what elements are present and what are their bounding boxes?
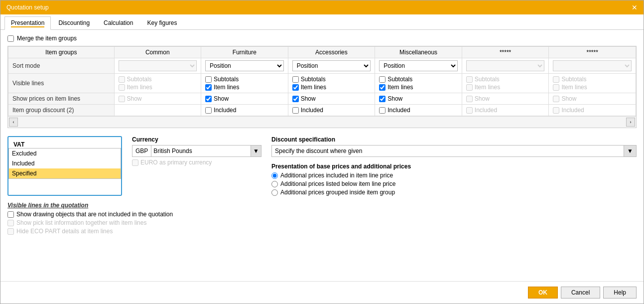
merge-label: Merge the item groups <box>17 35 77 42</box>
discount-misc-cb[interactable] <box>379 107 386 114</box>
subtotals-misc-cb[interactable] <box>379 76 386 83</box>
discount-spec-label: Discount specification <box>271 136 637 143</box>
pick-list-item: Show pick list information together with… <box>7 219 637 226</box>
itemlines-furniture-cb[interactable] <box>205 84 212 91</box>
radio-item-below: Additional prices listed below item line… <box>271 180 637 187</box>
pick-list-cb[interactable] <box>7 220 14 226</box>
bottom-section: VAT Excluded Included Specified Excluded… <box>7 133 637 199</box>
eco-part-cb[interactable] <box>7 228 14 235</box>
visible-lines-miscellaneous: Subtotals Item lines <box>375 74 462 93</box>
visible-lines-furniture: Subtotals Item lines <box>201 74 288 93</box>
currency-dropdown-arrow[interactable]: ▼ <box>251 146 261 156</box>
itemlines-misc-cb[interactable] <box>379 84 386 91</box>
base-prices-section: Presentation of base prices and addition… <box>271 163 637 196</box>
radio-below-label: Additional prices listed below item line… <box>280 180 395 187</box>
sort-mode-star1 <box>462 58 549 74</box>
radio-included-label: Additional prices included in item line … <box>280 172 393 179</box>
subtotals-star2-cb[interactable] <box>553 76 559 83</box>
tab-presentation[interactable]: Presentation <box>4 16 51 30</box>
drawing-objects-cb[interactable] <box>7 211 14 218</box>
table-row: Visible lines Subtotals Item lines Subto… <box>8 74 636 93</box>
sort-mode-furniture-select[interactable]: Position <box>205 60 284 71</box>
discount-accessories-cb[interactable] <box>292 107 299 114</box>
discount-select[interactable]: Specify the discount where given <box>272 146 624 156</box>
visible-lines-accessories: Subtotals Item lines <box>288 74 375 93</box>
discount-star2: Included <box>549 105 636 116</box>
show-prices-misc-cb[interactable] <box>379 96 386 102</box>
drawing-objects-item: Show drawing objects that are not includ… <box>7 211 637 218</box>
cancel-button[interactable]: Cancel <box>561 287 600 299</box>
help-button[interactable]: Help <box>603 287 637 299</box>
eco-part-label: Hide ECO PART details at item lines <box>16 228 113 235</box>
scroll-right-button[interactable]: › <box>626 118 635 127</box>
col-header-furniture: Furniture <box>201 47 288 58</box>
window-title: Quotation setup <box>6 4 49 11</box>
discount-section: Discount specification Specify the disco… <box>271 136 637 157</box>
right-col: Discount specification Specify the disco… <box>271 136 637 196</box>
sort-mode-furniture: Position <box>201 58 288 74</box>
show-prices-star1: Show <box>462 93 549 105</box>
tab-bar: Presentation Discounting Calculation Key… <box>0 14 644 30</box>
discount-furniture-cb[interactable] <box>205 107 212 114</box>
sort-mode-miscellaneous-select[interactable]: Position <box>379 60 458 71</box>
show-prices-furniture-cb[interactable] <box>205 96 212 102</box>
vat-option-specified[interactable]: Specified <box>9 168 121 178</box>
show-prices-star2-cb[interactable] <box>553 96 559 102</box>
currency-code: GBP <box>132 146 151 156</box>
ok-button[interactable]: OK <box>528 287 558 299</box>
radio-item-included: Additional prices included in item line … <box>271 172 637 179</box>
sort-mode-miscellaneous: Position <box>375 58 462 74</box>
euro-label: EURO as primary currency <box>140 159 212 166</box>
show-prices-accessories: Show <box>288 93 375 105</box>
itemlines-star2-cb[interactable] <box>553 84 559 91</box>
itemlines-common-cb[interactable] <box>119 84 125 91</box>
vat-section: VAT Excluded Included Specified Excluded… <box>7 136 122 196</box>
main-content: Merge the item groups Item groups Common… <box>0 30 644 304</box>
visible-quotation-checkboxes: Show drawing objects that are not includ… <box>7 211 637 235</box>
discount-select-wrapper: Specify the discount where given ▼ <box>271 145 637 157</box>
radio-below[interactable] <box>271 181 278 187</box>
close-button[interactable]: ✕ <box>632 3 638 11</box>
discount-dropdown-arrow[interactable]: ▼ <box>624 146 636 156</box>
visible-quotation-section: Visible lines in the quotation Show draw… <box>7 202 637 235</box>
subtotals-furniture-cb[interactable] <box>205 76 212 83</box>
itemlines-accessories-cb[interactable] <box>292 84 299 91</box>
scroll-left-button[interactable]: ‹ <box>9 118 18 127</box>
col-header-common: Common <box>114 47 201 58</box>
visible-lines-star1: Subtotals Item lines <box>462 74 549 93</box>
merge-checkbox[interactable] <box>7 35 14 42</box>
euro-checkbox[interactable] <box>132 159 138 166</box>
sort-mode-label: Sort mode <box>8 58 115 74</box>
vat-option-excluded[interactable]: Excluded <box>9 149 121 158</box>
subtotals-star1-cb[interactable] <box>466 76 473 83</box>
subtotals-accessories-cb[interactable] <box>292 76 299 83</box>
tab-discounting[interactable]: Discounting <box>52 16 96 29</box>
show-prices-common: Show <box>114 93 201 105</box>
discount-star2-cb[interactable] <box>553 107 559 114</box>
tab-key-figures[interactable]: Key figures <box>140 16 183 29</box>
show-prices-star1-cb[interactable] <box>466 96 473 102</box>
radio-grouped[interactable] <box>271 189 278 196</box>
visible-lines-common: Subtotals Item lines <box>114 74 201 93</box>
show-prices-common-cb[interactable] <box>119 96 125 102</box>
subtotals-common-cb[interactable] <box>119 76 125 83</box>
sort-mode-common-select[interactable] <box>119 60 197 71</box>
sort-mode-star1-select[interactable] <box>466 60 545 71</box>
content-area: Merge the item groups Item groups Common… <box>0 30 644 281</box>
show-prices-star2: Show <box>549 93 636 105</box>
vat-option-included[interactable]: Included <box>9 158 121 168</box>
discount-common <box>114 105 201 116</box>
sort-mode-accessories-select[interactable]: Position <box>292 60 371 71</box>
discount-star1-cb[interactable] <box>466 107 473 114</box>
itemlines-star1-cb[interactable] <box>466 84 473 91</box>
radio-included[interactable] <box>271 172 278 179</box>
visible-lines-quotation-label: Visible lines in the quotation <box>7 202 637 209</box>
sort-mode-star2 <box>549 58 636 74</box>
discount-accessories: Included <box>288 105 375 116</box>
table-row: Sort mode Position Po <box>8 58 636 74</box>
currency-name-select[interactable]: British Pounds <box>151 146 251 156</box>
show-prices-accessories-cb[interactable] <box>292 96 299 102</box>
tab-calculation[interactable]: Calculation <box>97 16 139 29</box>
sort-mode-star2-select[interactable] <box>553 60 632 71</box>
item-group-discount-label: Item group discount (2) <box>8 105 115 116</box>
